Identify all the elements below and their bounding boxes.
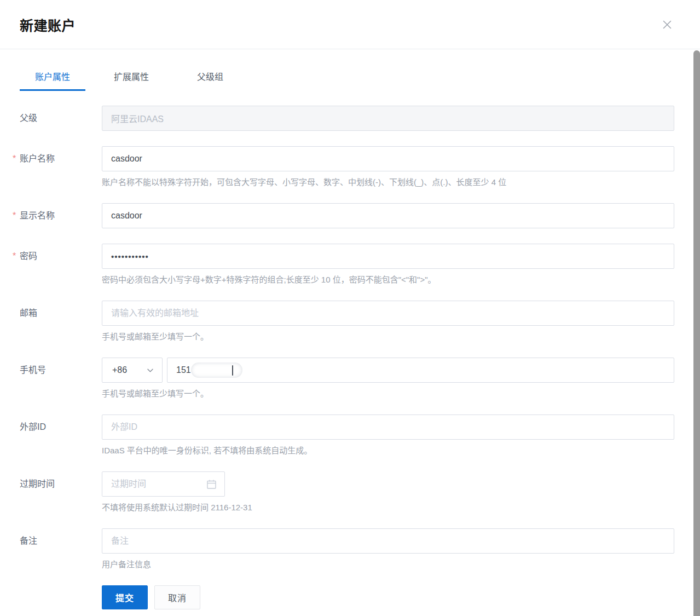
remark-hint: 用户备注信息: [102, 559, 674, 570]
tab-bar: 账户属性 扩展属性 父级组: [20, 70, 674, 91]
cancel-button[interactable]: 取消: [154, 585, 200, 609]
create-account-form: 父级 * 账户名称 账户名称不能以特殊字符开始，可包含大写字母、小写字母、数字、…: [20, 106, 674, 609]
field-row-password: * 密码 密码中必须包含大小写字母+数字+特殊字符的组合;长度至少 10 位，密…: [20, 244, 674, 285]
chevron-down-icon: [146, 366, 154, 375]
password-label: 密码: [20, 251, 37, 261]
country-code-select[interactable]: +86: [102, 358, 163, 383]
tab-parent-group[interactable]: 父级组: [177, 70, 243, 91]
create-account-modal: 新建账户 账户属性 扩展属性 父级组 父级: [0, 0, 700, 609]
country-code-value: +86: [112, 365, 127, 375]
email-label: 邮箱: [20, 308, 37, 318]
display-name-label: 显示名称: [20, 211, 55, 220]
expire-time-label: 过期时间: [20, 479, 55, 488]
expire-time-hint: 不填将使用系统默认过期时间 2116-12-31: [102, 502, 674, 513]
display-name-input[interactable]: [102, 203, 674, 228]
field-row-parent: 父级: [20, 106, 674, 131]
password-input[interactable]: [102, 244, 674, 269]
remark-label: 备注: [20, 536, 37, 545]
password-hint: 密码中必须包含大小写字母+数字+特殊字符的组合;长度至少 10 位，密码不能包含…: [102, 274, 674, 285]
account-name-label: 账户名称: [20, 154, 55, 163]
email-hint: 手机号或邮箱至少填写一个。: [102, 331, 674, 342]
actions-row: 提交 取消: [20, 585, 674, 609]
remark-input[interactable]: [102, 528, 674, 554]
field-row-remark: 备注 用户备注信息: [20, 528, 674, 570]
tab-extended-properties[interactable]: 扩展属性: [99, 70, 164, 91]
field-row-display-name: * 显示名称: [20, 203, 674, 228]
tab-account-properties[interactable]: 账户属性: [20, 70, 85, 91]
external-id-hint: IDaaS 平台中的唯一身份标识, 若不填将由系统自动生成。: [102, 445, 674, 456]
field-row-expire-time: 过期时间 不填将使用系统默: [20, 471, 674, 513]
phone-hint: 手机号或邮箱至少填写一个。: [102, 388, 674, 399]
required-asterisk: *: [13, 252, 16, 261]
close-icon[interactable]: [660, 18, 674, 32]
external-id-label: 外部ID: [20, 422, 46, 431]
parent-input: [102, 106, 674, 131]
modal-header: 新建账户: [0, 0, 700, 49]
calendar-icon: [206, 479, 217, 490]
field-row-phone: 手机号 +86: [20, 358, 674, 399]
redaction-blur: [191, 362, 242, 378]
expire-time-datepicker[interactable]: [102, 471, 225, 497]
field-row-email: 邮箱 手机号或邮箱至少填写一个。: [20, 301, 674, 342]
page-title: 新建账户: [20, 15, 76, 34]
external-id-input[interactable]: [102, 414, 674, 440]
text-caret: [232, 365, 233, 376]
modal-body: 账户属性 扩展属性 父级组 父级 * 账户名称: [0, 70, 700, 609]
phone-input[interactable]: [167, 358, 674, 383]
account-name-hint: 账户名称不能以特殊字符开始，可包含大写字母、小写字母、数字、中划线(-)、下划线…: [102, 176, 674, 188]
field-row-account-name: * 账户名称 账户名称不能以特殊字符开始，可包含大写字母、小写字母、数字、中划线…: [20, 146, 674, 188]
email-input[interactable]: [102, 301, 674, 326]
parent-label: 父级: [20, 113, 37, 123]
field-row-external-id: 外部ID IDaaS 平台中的唯一身份标识, 若不填将由系统自动生成。: [20, 414, 674, 456]
submit-button[interactable]: 提交: [102, 585, 148, 609]
required-asterisk: *: [13, 211, 16, 220]
scrollbar[interactable]: [693, 50, 700, 616]
required-asterisk: *: [13, 154, 16, 163]
expire-time-input[interactable]: [102, 472, 206, 496]
phone-label: 手机号: [20, 365, 46, 375]
account-name-input[interactable]: [102, 146, 674, 171]
